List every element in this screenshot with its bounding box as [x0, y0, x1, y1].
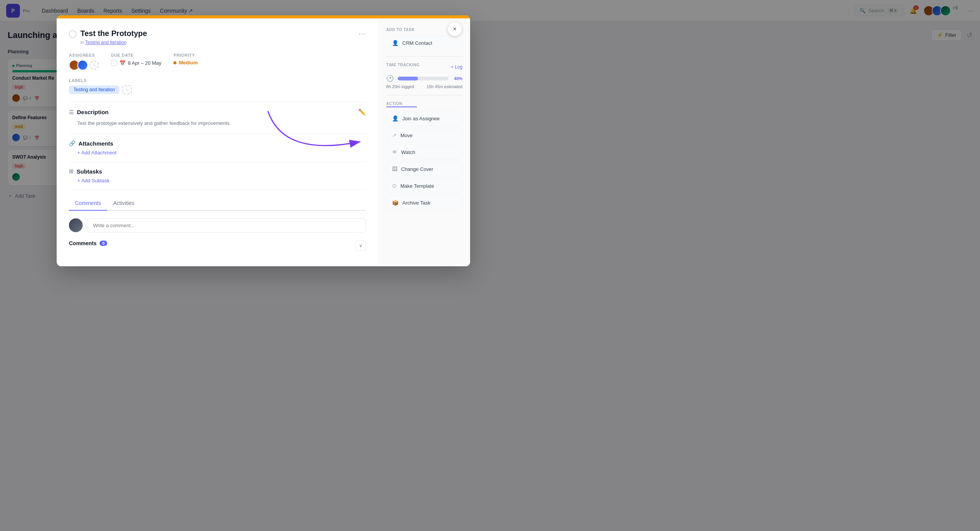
person-icon: 👤	[392, 115, 399, 121]
action-underline	[386, 107, 417, 107]
task-title: Test the Prototype	[80, 29, 358, 38]
priority-label: Priority	[173, 53, 198, 57]
attachments-title: 🔗 Attachments	[69, 140, 366, 147]
add-assignee-button[interactable]: +	[90, 61, 99, 70]
task-sidebar: ADD TO TASK 👤 CRM Contact TIME TRACKING …	[378, 18, 470, 266]
labels-list: Testing and Iteration +	[69, 85, 366, 94]
chevron-down-icon: ∨	[359, 243, 363, 248]
archive-task-button[interactable]: 📦 Archive Task	[386, 195, 462, 210]
eye-icon: 👁	[392, 149, 397, 155]
time-progress-bar	[398, 77, 449, 80]
divider-4	[69, 190, 366, 190]
time-tracking-header: TIME TRACKING + Log	[386, 63, 462, 71]
modal-title-row: Test the Prototype ⋯	[69, 29, 366, 38]
divider-2	[69, 134, 366, 134]
time-progress-row: 🕐 40%	[386, 75, 462, 82]
crm-contact-button[interactable]: 👤 CRM Contact	[386, 36, 462, 50]
template-icon: ⊙	[392, 183, 397, 189]
move-icon: ↗	[392, 132, 397, 138]
action-section-label: ACTION	[386, 102, 462, 106]
modal-main-content: Test the Prototype ⋯ in Testing and Iter…	[57, 18, 378, 266]
change-cover-label: Change Cover	[401, 166, 433, 172]
assignee-avatar-2[interactable]	[77, 60, 88, 70]
archive-task-label: Archive Task	[402, 200, 430, 206]
time-bar-fill	[398, 77, 418, 80]
due-date-field: Due Date 📅 8 Apr – 20 May	[111, 53, 161, 66]
task-modal: Test the Prototype ⋯ in Testing and Iter…	[57, 15, 470, 266]
description-section-header: ☰ Description ✏️	[69, 108, 366, 116]
crm-icon: 👤	[392, 40, 399, 46]
subtasks-title: ⊞ Subtasks	[69, 168, 366, 175]
tab-comments[interactable]: Comments	[69, 196, 107, 211]
label-chip-testing[interactable]: Testing and Iteration	[69, 85, 119, 94]
watch-button[interactable]: 👁 Watch	[386, 145, 462, 159]
comments-footer: Comments 0 ∨	[69, 240, 366, 251]
clock-icon: 🕐	[386, 75, 394, 82]
priority-field: Priority Medium	[173, 53, 198, 66]
due-date-value[interactable]: 📅 8 Apr – 20 May	[111, 60, 161, 66]
date-text: 8 Apr – 20 May	[128, 60, 161, 66]
add-subtask-label: + Add Subtask	[77, 178, 109, 184]
breadcrumb-link[interactable]: Testing and Iteration	[85, 40, 126, 45]
add-attachment-button[interactable]: + Add Attachment	[77, 150, 366, 156]
description-title: ☰ Description	[69, 109, 109, 115]
task-fields-row: Assignees + Due Date 📅 8 Apr – 20 May	[69, 53, 366, 70]
priority-text: Medium	[179, 60, 198, 66]
edit-description-button[interactable]: ✏️	[358, 108, 366, 116]
comments-count-badge: 0	[100, 241, 107, 246]
image-icon: 🖼	[392, 166, 397, 172]
breadcrumb-prefix: in	[80, 40, 84, 45]
add-subtask-button[interactable]: + Add Subtask	[77, 178, 366, 184]
description-label: Description	[77, 109, 109, 115]
labels-section: Labels Testing and Iteration +	[69, 78, 366, 94]
description-icon: ☰	[69, 109, 74, 115]
priority-value[interactable]: Medium	[173, 60, 198, 66]
assignees-field: Assignees +	[69, 53, 99, 70]
priority-dot	[173, 61, 176, 64]
attachment-icon: 🔗	[69, 140, 75, 146]
add-label-button[interactable]: +	[122, 85, 132, 94]
commenter-avatar	[69, 218, 83, 232]
divider-3	[69, 162, 366, 162]
join-assignee-label: Join as Assignee	[402, 116, 440, 121]
tab-activities[interactable]: Activities	[107, 196, 140, 210]
time-percentage: 40%	[454, 76, 462, 81]
modal-close-button[interactable]: ×	[448, 22, 462, 36]
time-details: 6h 20m logged 15h 45m estimated	[386, 84, 462, 89]
task-options-button[interactable]: ⋯	[358, 29, 366, 38]
tabs-row: Comments Activities	[69, 196, 366, 211]
comments-toggle-button[interactable]: ∨	[355, 240, 366, 251]
time-logged: 6h 20m logged	[386, 84, 414, 89]
calendar-icon-modal: 📅	[119, 60, 126, 66]
close-icon: ×	[453, 26, 456, 33]
move-button[interactable]: ↗ Move	[386, 128, 462, 143]
watch-label: Watch	[401, 149, 415, 155]
task-breadcrumb: in Testing and Iteration	[80, 40, 366, 45]
comment-input-row	[69, 218, 366, 233]
subtask-icon: ⊞	[69, 168, 74, 174]
sidebar-divider-1	[386, 56, 462, 57]
join-assignee-button[interactable]: 👤 Join as Assignee	[386, 111, 462, 126]
modal-color-bar	[57, 15, 470, 18]
divider-1	[69, 102, 366, 102]
time-log-button[interactable]: + Log	[451, 64, 462, 70]
time-tracking-label: TIME TRACKING	[386, 63, 420, 67]
crm-contact-label: CRM Contact	[402, 40, 432, 46]
make-template-label: Make Template	[400, 183, 434, 189]
archive-icon: 📦	[392, 200, 399, 206]
assignees-label: Assignees	[69, 53, 99, 57]
subtasks-label: Subtasks	[77, 168, 102, 175]
date-checkbox	[111, 60, 117, 66]
assignees-list: +	[69, 60, 99, 70]
change-cover-button[interactable]: 🖼 Change Cover	[386, 162, 462, 176]
comments-title: Comments 0	[69, 240, 107, 246]
labels-label: Labels	[69, 78, 366, 83]
add-attachment-label: + Add Attachment	[77, 150, 116, 156]
task-complete-checkbox[interactable]	[69, 30, 77, 38]
comments-label: Comments	[69, 240, 96, 246]
make-template-button[interactable]: ⊙ Make Template	[386, 179, 462, 193]
move-label: Move	[400, 133, 413, 138]
due-date-label: Due Date	[111, 53, 161, 57]
attachments-label: Attachments	[78, 140, 113, 147]
comment-input[interactable]	[87, 218, 366, 233]
